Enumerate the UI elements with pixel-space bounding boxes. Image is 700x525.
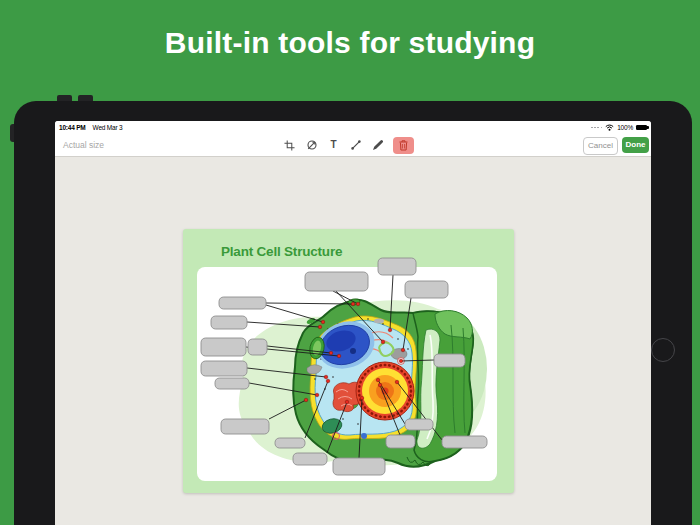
status-bar: 10:44 PM Wed Mar 3 100% — [55, 121, 651, 134]
toolbar-actions: Cancel Done — [583, 137, 649, 155]
ipad-screen: 10:44 PM Wed Mar 3 100% Actual size — [55, 121, 651, 525]
figure-label-box — [275, 438, 305, 448]
figure-label-box — [405, 281, 448, 298]
line-tool-icon[interactable] — [349, 139, 362, 152]
wifi-icon — [605, 124, 614, 131]
home-button[interactable] — [651, 338, 675, 362]
figure-label-box — [442, 436, 487, 448]
status-date: Wed Mar 3 — [93, 124, 123, 131]
markup-toolbar: Actual size — [55, 134, 651, 157]
figure-label-box — [219, 297, 266, 309]
figure-label-box — [201, 361, 247, 376]
battery-percent: 100% — [617, 124, 633, 131]
crop-icon[interactable] — [283, 139, 296, 152]
tool-group: T — [283, 134, 414, 156]
done-button[interactable]: Done — [622, 137, 649, 153]
figure-label-box — [378, 258, 416, 275]
ipad-device: 10:44 PM Wed Mar 3 100% Actual size — [14, 101, 692, 525]
hero-title: Built-in tools for studying — [0, 26, 700, 60]
figure-label-box — [305, 272, 368, 291]
figure-title: Plant Cell Structure — [221, 244, 342, 259]
study-image[interactable]: Plant Cell Structure — [183, 229, 514, 493]
figure-label-box — [293, 453, 327, 465]
delete-trash-icon[interactable] — [393, 137, 414, 154]
rotate-icon[interactable] — [305, 139, 318, 152]
figure-label-box — [215, 378, 249, 389]
status-time: 10:44 PM — [59, 124, 86, 131]
editor-canvas: Plant Cell Structure — [55, 157, 651, 525]
cancel-button[interactable]: Cancel — [583, 137, 618, 155]
figure-label-box — [211, 316, 247, 329]
text-tool-icon[interactable]: T — [327, 139, 340, 152]
battery-icon — [636, 125, 647, 130]
zoom-level-label: Actual size — [63, 134, 104, 156]
figure-label-box — [248, 339, 267, 355]
figure-label-box — [434, 354, 465, 367]
cellular-signal-icon — [591, 127, 602, 129]
figure-label-box — [333, 458, 385, 475]
pen-tool-icon[interactable] — [371, 139, 384, 152]
figure-label-box — [405, 419, 433, 430]
figure-label-box — [221, 419, 269, 434]
figure-label-box — [386, 435, 415, 448]
plant-cell-figure — [183, 229, 514, 493]
figure-label-box — [201, 338, 246, 356]
